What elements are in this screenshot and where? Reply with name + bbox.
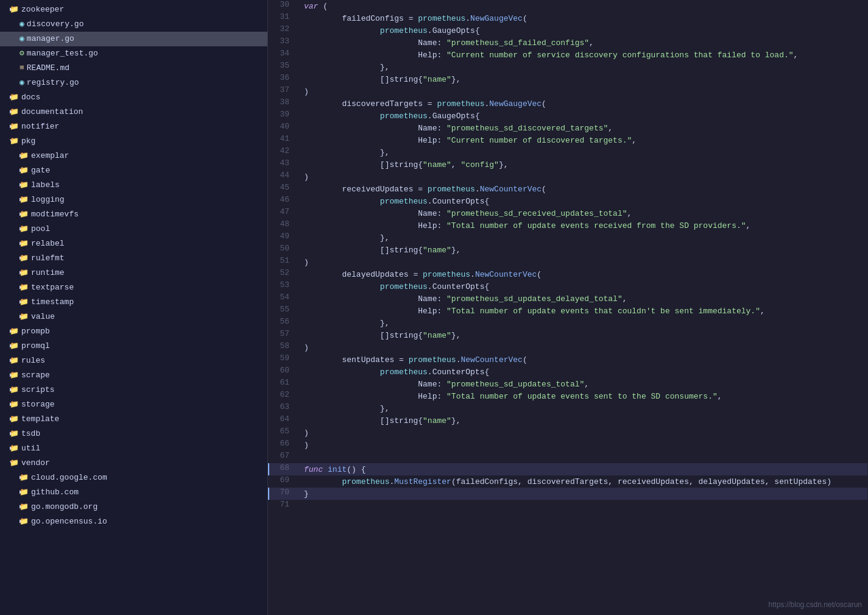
- line-number: 56: [269, 317, 299, 329]
- line-code: },: [299, 317, 867, 329]
- code-line: 47 Name: "prometheus_sd_received_updates…: [269, 207, 867, 219]
- code-line: 66): [269, 439, 867, 451]
- line-number: 54: [269, 293, 299, 305]
- file-go-icon: ◉: [19, 77, 24, 89]
- line-number: 69: [269, 475, 299, 488]
- sidebar-item-rules[interactable]: ▶📁rules: [0, 354, 267, 368]
- sidebar-item-relabel[interactable]: ▶📁relabel: [0, 236, 267, 251]
- folder-icon: 📁: [10, 443, 19, 455]
- line-code: Name: "prometheus_sd_failed_configs",: [299, 37, 867, 49]
- arrow-icon: ▶: [0, 296, 19, 308]
- arrow-icon: ▶: [0, 472, 19, 484]
- line-code: Help: "Total number of update events sen…: [299, 390, 867, 402]
- sidebar-item-go.opencensus.io[interactable]: ▶📁go.opencensus.io: [0, 514, 267, 529]
- sidebar-item-discovery.go[interactable]: ◉discovery.go: [0, 17, 267, 32]
- sidebar-item-label: util: [21, 443, 267, 455]
- sidebar-item-notifier[interactable]: ▶📁notifier: [0, 119, 267, 134]
- sidebar-item-manager_test.go[interactable]: ⚙manager_test.go: [0, 46, 267, 61]
- sidebar-item-docs[interactable]: ▶📁docs: [0, 90, 267, 105]
- line-number: 36: [269, 73, 299, 85]
- sidebar-item-scripts[interactable]: ▶📁scripts: [0, 383, 267, 397]
- folder-icon: 📁: [19, 208, 29, 221]
- file-md-icon: ≡: [19, 62, 24, 74]
- line-number: 45: [269, 183, 299, 195]
- line-code: receivedUpdates = prometheus.NewCounterV…: [299, 183, 867, 195]
- line-number: 64: [269, 414, 299, 427]
- sidebar-item-vendor[interactable]: ▼📁vendor: [0, 456, 267, 471]
- line-number: 62: [269, 390, 299, 402]
- sidebar-item-documentation[interactable]: ▶📁documentation: [0, 105, 267, 119]
- sidebar-item-tsdb[interactable]: ▶📁tsdb: [0, 427, 267, 441]
- line-code: prometheus.GaugeOpts{: [299, 110, 867, 122]
- line-number: 51: [269, 256, 299, 268]
- code-line: 53 prometheus.CounterOpts{: [269, 280, 867, 293]
- arrow-icon: ▶: [0, 369, 10, 382]
- line-number: 37: [269, 85, 299, 98]
- arrow-icon: ▶: [0, 238, 19, 250]
- line-number: 49: [269, 232, 299, 244]
- code-line: 50 []string{"name"},: [269, 244, 867, 256]
- folder-icon: 📁: [19, 282, 29, 294]
- sidebar-item-timestamp[interactable]: ▶📁timestamp: [0, 295, 267, 310]
- line-number: 30: [269, 0, 299, 12]
- line-code: Help: "Current number of discovered targ…: [299, 134, 867, 146]
- sidebar-item-github.com[interactable]: ▶📁github.com: [0, 485, 267, 500]
- line-code: },: [299, 146, 867, 158]
- sidebar-item-label: go.mongodb.org: [31, 501, 267, 513]
- code-table: 30var (31 failedConfigs = prometheus.New…: [268, 0, 868, 512]
- folder-icon: 📁: [19, 194, 29, 206]
- folder-icon: 📁: [19, 472, 29, 484]
- sidebar-item-textparse[interactable]: ▶📁textparse: [0, 280, 267, 295]
- sidebar-item-label: labels: [31, 179, 267, 191]
- folder-icon: 📁: [10, 384, 19, 396]
- code-line: 52 delayedUpdates = prometheus.NewCounte…: [269, 268, 867, 280]
- sidebar-item-promql[interactable]: ▶📁promql: [0, 339, 267, 354]
- folder-icon: 📁: [10, 91, 19, 104]
- sidebar-item-logging[interactable]: ▶📁logging: [0, 193, 267, 207]
- sidebar-item-zookeeper[interactable]: ▶📁zookeeper: [0, 2, 267, 17]
- sidebar-item-label: pkg: [21, 135, 267, 148]
- sidebar-item-prompb[interactable]: ▶📁prompb: [0, 324, 267, 339]
- arrow-icon: ▶: [0, 150, 19, 162]
- line-number: 53: [269, 280, 299, 293]
- sidebar-item-README.md[interactable]: ≡README.md: [0, 61, 267, 76]
- code-line: 61 Name: "prometheus_sd_updates_total",: [269, 378, 867, 390]
- sidebar-item-gate[interactable]: ▶📁gate: [0, 163, 267, 178]
- sidebar-item-registry.go[interactable]: ◉registry.go: [0, 76, 267, 90]
- sidebar-item-label: rules: [21, 355, 267, 367]
- line-code: ): [299, 341, 867, 354]
- sidebar-item-rulefmt[interactable]: ▶📁rulefmt: [0, 251, 267, 266]
- arrow-icon: ▶: [0, 516, 19, 528]
- folder-icon: 📁: [10, 428, 19, 440]
- sidebar-item-util[interactable]: ▶📁util: [0, 441, 267, 456]
- sidebar-item-cloud.google.com[interactable]: ▶📁cloud.google.com: [0, 471, 267, 485]
- sidebar-item-storage[interactable]: ▶📁storage: [0, 397, 267, 412]
- code-line: 35 },: [269, 61, 867, 73]
- arrow-icon: ▶: [0, 267, 19, 279]
- sidebar-item-manager.go[interactable]: ◉manager.go: [0, 32, 267, 46]
- line-code: },: [299, 402, 867, 414]
- code-line: 30var (: [269, 0, 867, 12]
- sidebar-item-exemplar[interactable]: ▶📁exemplar: [0, 149, 267, 163]
- arrow-icon: ▶: [0, 165, 19, 177]
- sidebar-item-modtimevfs[interactable]: ▶📁modtimevfs: [0, 207, 267, 222]
- line-code: ): [299, 427, 867, 439]
- line-code: prometheus.GaugeOpts{: [299, 24, 867, 37]
- file-tree[interactable]: ▶📁zookeeper◉discovery.go◉manager.go⚙mana…: [0, 0, 268, 615]
- line-code: ): [299, 439, 867, 451]
- sidebar-item-pool[interactable]: ▶📁pool: [0, 222, 267, 236]
- folder-icon: 📁: [19, 252, 29, 265]
- sidebar-item-value[interactable]: ▶📁value: [0, 310, 267, 324]
- sidebar-item-label: storage: [21, 399, 267, 411]
- line-number: 46: [269, 195, 299, 207]
- sidebar-item-runtime[interactable]: ▶📁runtime: [0, 266, 267, 280]
- sidebar-item-scrape[interactable]: ▶📁scrape: [0, 368, 267, 383]
- sidebar-item-go.mongodb.org[interactable]: ▶📁go.mongodb.org: [0, 500, 267, 514]
- line-number: 39: [269, 110, 299, 122]
- code-line: 63 },: [269, 402, 867, 414]
- sidebar-item-labels[interactable]: ▶📁labels: [0, 178, 267, 193]
- line-number: 41: [269, 134, 299, 146]
- sidebar-item-pkg[interactable]: ▼📁pkg: [0, 134, 267, 149]
- code-line: 60 prometheus.CounterOpts{: [269, 366, 867, 378]
- sidebar-item-template[interactable]: ▶📁template: [0, 412, 267, 427]
